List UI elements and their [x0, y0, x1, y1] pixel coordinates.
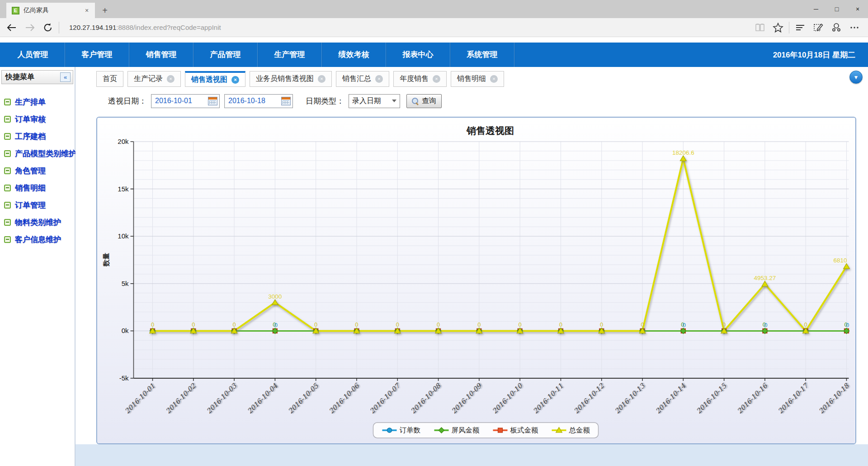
sidebar-item-客户信息维护[interactable]: 客户信息维护: [4, 231, 75, 248]
sidebar-item-工序建档[interactable]: 工序建档: [4, 128, 75, 145]
tab-业务员销售透视图[interactable]: 业务员销售透视图×: [250, 71, 332, 87]
data-label: 0: [641, 321, 644, 328]
data-label: 0: [232, 321, 236, 328]
data-label: 0: [396, 321, 399, 328]
tab-close-icon[interactable]: ×: [375, 75, 383, 83]
sidebar-item-产品模型类别维护[interactable]: 产品模型类别维护: [4, 145, 75, 162]
chevron-down-icon: ▼: [854, 74, 859, 81]
collapse-minus-icon: [4, 116, 11, 123]
tab-生产记录[interactable]: 生产记录×: [127, 71, 181, 87]
date-type-value: 录入日期: [352, 96, 381, 106]
tab-close-icon[interactable]: ×: [318, 75, 326, 83]
nav-item-系统管理[interactable]: 系统管理: [450, 43, 514, 67]
query-button[interactable]: 查询: [406, 94, 442, 108]
tab-label: 销售透视图: [191, 75, 227, 85]
tab-overflow-button[interactable]: ▼: [849, 71, 863, 84]
collapse-minus-icon: [4, 236, 11, 243]
data-label: 0: [846, 322, 849, 328]
top-nav-items: 人员管理客户管理销售管理产品管理生产管理绩效考核报表中心系统管理: [0, 43, 514, 67]
calendar-icon[interactable]: [281, 97, 291, 105]
nav-item-绩效考核[interactable]: 绩效考核: [322, 43, 386, 67]
app-page: 人员管理客户管理销售管理产品管理生产管理绩效考核报表中心系统管理 2016年10…: [0, 37, 868, 466]
sidebar-item-生产排单[interactable]: 生产排单: [4, 93, 75, 110]
data-label: 6810: [833, 257, 847, 264]
forward-button[interactable]: [21, 18, 39, 37]
data-label: 0: [192, 321, 195, 328]
tab-首页[interactable]: 首页: [96, 71, 123, 87]
hub-icon[interactable]: [791, 18, 809, 37]
tab-close-icon[interactable]: ×: [82, 7, 91, 14]
share-icon[interactable]: [827, 18, 845, 37]
address-bar: 120.27.194.191:8888/index.ered?reqCode=a…: [0, 18, 868, 37]
window-controls: ─ □ ×: [806, 0, 868, 18]
data-label: 0: [314, 321, 317, 328]
nav-item-生产管理[interactable]: 生产管理: [258, 43, 322, 67]
sidebar-item-订单审核[interactable]: 订单审核: [4, 110, 75, 128]
legend-label: 屏风金额: [452, 426, 480, 434]
date-from-value: 2016-10-01: [155, 97, 208, 105]
sidebar-items: 生产排单订单审核工序建档产品模型类别维护角色管理销售明细订单管理物料类别维护客户…: [0, 84, 75, 248]
sidebar-collapse-button[interactable]: «: [60, 72, 71, 82]
maximize-button[interactable]: □: [826, 0, 847, 18]
favorites-star-icon[interactable]: [769, 18, 787, 37]
data-label: 0: [764, 322, 767, 328]
divider: [59, 22, 59, 33]
site-favicon-icon: E: [12, 7, 19, 14]
tab-close-icon[interactable]: ×: [433, 75, 440, 83]
document-tabstrip: 首页生产记录×销售透视图×业务员销售透视图×销售汇总×年度销售×销售明细×▼: [75, 67, 868, 87]
sidebar-item-label: 订单审核: [15, 114, 46, 124]
date-type-select[interactable]: 录入日期: [349, 94, 400, 108]
sidebar-item-label: 订单管理: [15, 200, 46, 210]
reading-view-icon[interactable]: [751, 18, 769, 37]
tab-close-icon[interactable]: ×: [231, 76, 239, 84]
date-type-label: 日期类型：: [306, 96, 344, 106]
collapse-minus-icon: [4, 150, 11, 157]
sidebar-item-label: 产品模型类别维护: [15, 148, 76, 159]
legend-label: 总金额: [569, 426, 590, 434]
nav-item-产品管理[interactable]: 产品管理: [193, 43, 258, 67]
y-tick-label: 0k: [122, 327, 129, 334]
nav-item-报表中心[interactable]: 报表中心: [386, 43, 450, 67]
tab-销售明细[interactable]: 销售明细×: [451, 71, 504, 87]
query-button-label: 查询: [422, 96, 436, 106]
tab-销售透视图[interactable]: 销售透视图×: [185, 71, 245, 87]
tab-close-icon[interactable]: ×: [167, 75, 175, 83]
calendar-icon[interactable]: [208, 97, 217, 105]
tab-close-icon[interactable]: ×: [490, 75, 498, 83]
search-icon: [412, 98, 419, 105]
sidebar-item-销售明细[interactable]: 销售明细: [4, 179, 75, 196]
tab-销售汇总[interactable]: 销售汇总×: [336, 71, 389, 87]
new-tab-button[interactable]: +: [95, 3, 115, 18]
refresh-button[interactable]: [39, 18, 57, 37]
url-text[interactable]: 120.27.194.191:8888/index.ered?reqCode=a…: [69, 24, 751, 31]
data-label: 0: [477, 321, 481, 328]
nav-item-人员管理[interactable]: 人员管理: [1, 43, 65, 67]
back-button[interactable]: [3, 18, 21, 37]
nav-item-客户管理[interactable]: 客户管理: [65, 43, 129, 67]
y-tick-label: 15k: [118, 185, 129, 193]
nav-item-销售管理[interactable]: 销售管理: [129, 43, 193, 67]
more-options-icon[interactable]: [845, 18, 863, 37]
legend-label: 板式金额: [510, 426, 539, 434]
sales-pivot-chart: -5k0k5k10k15k20k2016-10-012016-10-022016…: [97, 118, 855, 443]
y-tick-label: 20k: [118, 138, 129, 145]
date-from-input[interactable]: 2016-10-01: [151, 94, 220, 108]
quick-menu-sidebar: 快捷菜单 « 生产排单订单审核工序建档产品模型类别维护角色管理销售明细订单管理物…: [0, 67, 75, 466]
data-label: 0: [437, 321, 440, 328]
url-path: :8888/index.ered?reqCode=appInit: [116, 24, 221, 31]
pivot-date-label: 透视日期：: [108, 96, 146, 106]
browser-tab[interactable]: E 亿尚家具 ×: [6, 3, 95, 18]
web-note-icon[interactable]: [809, 18, 827, 37]
minimize-button[interactable]: ─: [806, 0, 826, 18]
y-tick-label: -5k: [119, 374, 129, 382]
sidebar-item-订单管理[interactable]: 订单管理: [4, 196, 75, 214]
sidebar-item-物料类别维护[interactable]: 物料类别维护: [4, 214, 75, 231]
tab-年度销售[interactable]: 年度销售×: [393, 71, 447, 87]
data-label: 0: [722, 321, 726, 328]
sidebar-item-角色管理[interactable]: 角色管理: [4, 162, 75, 179]
close-window-button[interactable]: ×: [847, 0, 868, 18]
y-tick-label: 10k: [118, 232, 129, 240]
nav-date-text: 2016年10月18日 星期二: [773, 50, 868, 60]
date-to-input[interactable]: 2016-10-18: [224, 94, 293, 108]
tab-label: 销售明细: [457, 74, 486, 84]
